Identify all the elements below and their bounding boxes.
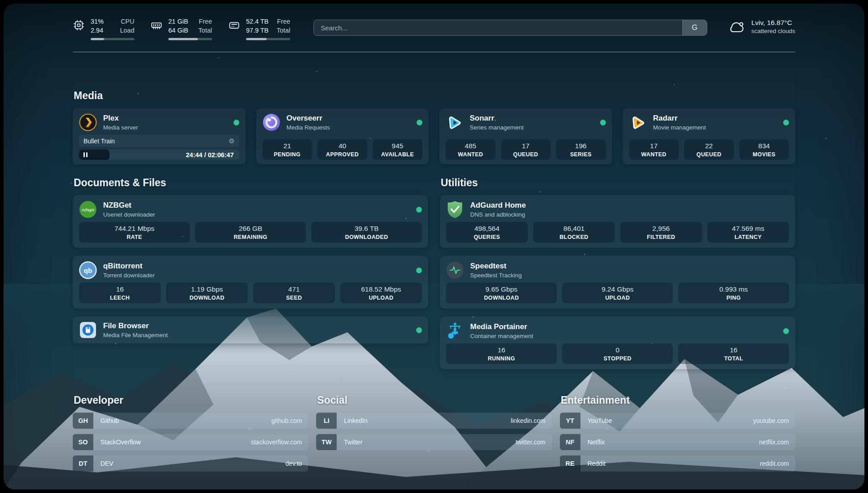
app-subtitle: Media Requests xyxy=(287,124,330,131)
utilities-section-title: Utilities xyxy=(441,177,795,189)
radarr-card[interactable]: Radarr Movie management 17 WANTED 2 xyxy=(623,108,796,164)
adguard-card[interactable]: AdGuard Home DNS and adblocking 498,564 … xyxy=(440,195,795,248)
bookmark-abbr: LI xyxy=(316,413,337,429)
plex-now-playing-row: Bullet Train ⚙ xyxy=(79,135,239,147)
cpu-icon xyxy=(73,19,85,31)
bookmark-stackoverflow[interactable]: SO StackOverflow stackoverflow.com xyxy=(73,434,308,450)
weather-widget[interactable]: Lviv, 16.87°C scattered clouds xyxy=(728,19,795,34)
plex-progress-bar[interactable]: 24:44 / 02:06:47 xyxy=(79,150,239,160)
stat-approved: 40 APPROVED xyxy=(317,139,367,160)
stat-download: 9.65 Gbps DOWNLOAD xyxy=(446,283,557,303)
system-stats: 31% 2.94 CPU Load xyxy=(73,17,290,40)
app-subtitle: Media server xyxy=(103,124,138,131)
stat-upload: 9.24 Gbps UPLOAD xyxy=(562,283,673,303)
disk-label-2: Total xyxy=(277,26,291,35)
stat-wanted: 485 WANTED xyxy=(446,139,496,160)
search-input[interactable] xyxy=(313,20,707,36)
speedtest-card[interactable]: Speedtest Speedtest Tracking 9.65 Gbps D… xyxy=(440,256,795,309)
disk-icon xyxy=(228,19,240,31)
status-dot xyxy=(600,120,606,125)
memory-label-2: Total xyxy=(198,26,212,35)
bookmark-abbr: DT xyxy=(73,455,93,472)
bookmark-url: youtube.com xyxy=(753,417,789,424)
status-dot xyxy=(416,267,422,273)
stat-movies: 834 MOVIES xyxy=(739,139,789,160)
plex-played-segment xyxy=(79,150,109,160)
stat-leech: 16 LEECH xyxy=(79,283,161,303)
cpu-stat-widget: 31% 2.94 CPU Load xyxy=(73,17,134,40)
app-subtitle: Speedtest Tracking xyxy=(470,272,522,279)
disk-total: 97.9 TB xyxy=(246,26,269,35)
bookmark-twitter[interactable]: TW Twitter twitter.com xyxy=(316,434,551,450)
speedtest-icon xyxy=(446,261,464,279)
stat-series: 196 SERIES xyxy=(556,139,606,160)
app-name: Plex xyxy=(103,114,138,123)
radarr-icon xyxy=(629,113,647,131)
plex-card[interactable]: Plex Media server Bullet Train ⚙ xyxy=(73,108,246,164)
bookmark-linkedin[interactable]: LI LinkedIn linkedin.com xyxy=(316,413,551,429)
svg-text:nzbget: nzbget xyxy=(82,208,94,212)
stat-wanted: 17 WANTED xyxy=(629,139,679,160)
app-name: AdGuard Home xyxy=(470,201,526,210)
section-entertainment: Entertainment YT YouTube youtube.com NF … xyxy=(560,394,795,472)
filebrowser-icon xyxy=(79,321,97,339)
cpu-label-2: Load xyxy=(120,26,134,35)
bookmark-abbr: SO xyxy=(73,434,93,450)
nzbget-card[interactable]: nzbget NZBGet Usenet downloader xyxy=(73,195,428,248)
memory-total: 64 GiB xyxy=(168,26,188,35)
disk-free: 52.4 TB xyxy=(246,17,269,26)
stat-filtered: 2,956 FILTERED xyxy=(620,222,702,242)
section-documents: Documents & Files nzbget NZBGet xyxy=(73,177,428,343)
bookmark-label: Twitter xyxy=(344,439,362,446)
cpu-progress-bar xyxy=(91,38,134,40)
bookmark-abbr: GH xyxy=(73,413,93,429)
bookmark-dev[interactable]: DT DEV dev.to xyxy=(73,455,308,472)
bookmark-youtube[interactable]: YT YouTube youtube.com xyxy=(560,413,795,429)
bookmark-url: twitter.com xyxy=(516,439,546,446)
section-developer: Developer GH Github github.com SO StackO… xyxy=(73,394,308,472)
stat-upload: 618.52 Mbps UPLOAD xyxy=(340,283,422,303)
memory-stat-widget: 21 GiB 64 GiB Free Total xyxy=(150,17,212,40)
stat-total: 16 TOTAL xyxy=(678,343,789,364)
section-utilities: Utilities xyxy=(440,177,795,369)
bookmark-url: dev.to xyxy=(285,460,302,467)
app-name: Overseerr xyxy=(287,114,330,123)
gear-icon[interactable]: ⚙ xyxy=(229,138,234,144)
section-media: Media Plex xyxy=(73,90,795,164)
weather-condition: scattered clouds xyxy=(751,28,795,34)
filebrowser-card[interactable]: File Browser Media File Management xyxy=(73,317,428,343)
bookmark-abbr: NF xyxy=(560,434,580,450)
entertainment-section-title: Entertainment xyxy=(561,394,795,406)
bookmark-github[interactable]: GH Github github.com xyxy=(73,413,308,429)
app-name: Radarr xyxy=(653,114,706,123)
cpu-label-1: CPU xyxy=(120,17,134,26)
disk-progress-bar xyxy=(246,38,290,40)
qbittorrent-card[interactable]: qb qBittorrent Torrent downloader xyxy=(73,256,428,309)
weather-location: Lviv, 16.87°C xyxy=(751,19,795,27)
sonarr-card[interactable]: Sonarr Series management 485 WANTED xyxy=(439,108,612,164)
bookmark-label: LinkedIn xyxy=(344,417,367,424)
pause-icon[interactable] xyxy=(83,152,88,157)
disk-label-1: Free xyxy=(277,17,291,26)
svg-text:qb: qb xyxy=(84,267,92,274)
bookmark-label: YouTube xyxy=(588,417,612,424)
portainer-card[interactable]: Media Portainer Container management 16 … xyxy=(440,317,795,369)
memory-progress-bar xyxy=(168,38,212,40)
stat-download: 1.19 Gbps DOWNLOAD xyxy=(166,283,248,303)
bookmark-reddit[interactable]: RE Reddit reddit.com xyxy=(560,455,795,472)
bookmark-url: netflix.com xyxy=(759,439,789,446)
stat-queued: 17 QUEUED xyxy=(501,139,551,160)
bookmark-url: github.com xyxy=(271,417,302,424)
plex-icon xyxy=(79,113,97,131)
disk-stat-widget: 52.4 TB 97.9 TB Free Total xyxy=(228,17,290,40)
now-playing-title: Bullet Train xyxy=(83,138,115,145)
status-dot xyxy=(234,120,239,125)
search-engine-button[interactable]: G xyxy=(682,20,707,35)
cpu-load: 2.94 xyxy=(91,26,104,35)
bookmark-abbr: YT xyxy=(560,413,580,429)
snow-particles xyxy=(4,4,5,5)
overseerr-card[interactable]: Overseerr Media Requests 21 PENDING xyxy=(256,108,429,164)
bookmark-netflix[interactable]: NF Netflix netflix.com xyxy=(560,434,795,450)
app-name: qBittorrent xyxy=(103,262,155,271)
dashboard-root: 31% 2.94 CPU Load xyxy=(0,0,868,493)
